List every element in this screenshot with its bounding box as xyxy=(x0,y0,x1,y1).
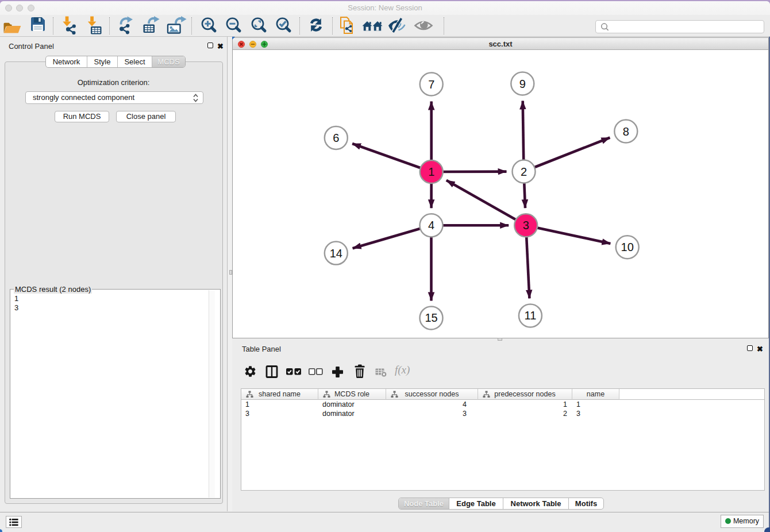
svg-text:14: 14 xyxy=(330,247,342,260)
svg-text:6: 6 xyxy=(333,132,339,144)
svg-text:11: 11 xyxy=(525,309,537,322)
svg-text:9: 9 xyxy=(519,78,526,90)
svg-text:2: 2 xyxy=(521,165,527,178)
svg-text:3: 3 xyxy=(523,219,529,232)
svg-text:8: 8 xyxy=(623,125,629,138)
svg-text:4: 4 xyxy=(428,219,434,232)
svg-text:1: 1 xyxy=(428,165,434,178)
svg-text:10: 10 xyxy=(621,241,634,253)
svg-text:7: 7 xyxy=(428,78,434,91)
svg-text:15: 15 xyxy=(425,311,437,324)
